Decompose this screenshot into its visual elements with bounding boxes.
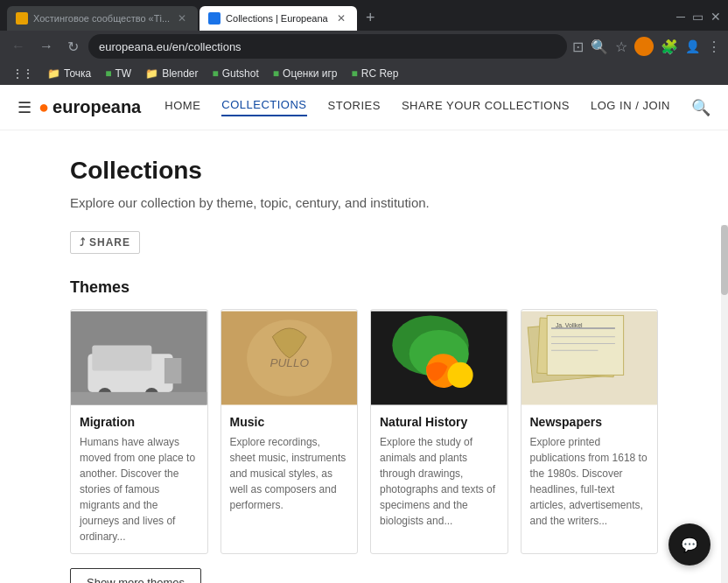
bookmark-ocenki[interactable]: ■ Оценки игр [268,66,343,81]
nav-share[interactable]: SHARE YOUR COLLECTIONS [402,99,570,116]
bookmark-ocenki-label: Оценки игр [283,67,337,80]
svg-rect-2 [92,345,151,370]
cast-icon[interactable]: ⊡ [572,39,584,55]
profile-avatar[interactable] [634,37,654,56]
folder-icon: 📁 [47,67,60,80]
migration-card-title: Migration [80,415,199,429]
theme-card-nature[interactable]: Natural History Explore the study of ani… [370,309,508,554]
nav-collections[interactable]: COLLECTIONS [221,98,306,116]
migration-card-desc: Humans have always moved from one place … [80,434,199,544]
music-card-desc: Explore recordings, sheet music, instrum… [230,434,349,513]
tab1-title: Хостинговое сообщество «Тi... [33,13,170,24]
close-button[interactable]: ✕ [710,10,721,24]
page-subtitle: Explore our collection by theme, topic, … [70,193,658,214]
bookmark-tochka-label: Точка [64,67,91,80]
show-more-themes-button[interactable]: Show more themes [70,568,201,584]
music-image: PULLO [221,310,358,406]
forward-button[interactable]: → [35,37,58,56]
browser-tab-2[interactable]: Collections | Europeana ✕ [200,6,357,31]
bookmark-tw-label: TW [116,67,132,80]
bookmark-blender[interactable]: 📁 Blender [140,66,203,81]
share-button-label: SHARE [89,236,130,249]
site-menu-icon[interactable]: ☰ [18,98,32,117]
bookmark-gutshot[interactable]: ■ Gutshot [207,66,264,81]
music-card-title: Music [230,415,349,429]
bookmark-gutshot-label: Gutshot [222,67,259,80]
share-icon: ⤴ [80,236,86,249]
svg-rect-5 [164,358,181,383]
scrollbar-thumb[interactable] [721,225,728,295]
nature-card-title: Natural History [380,415,499,429]
new-tab-button[interactable]: + [359,5,382,31]
fab-button[interactable]: 💬 [668,523,710,565]
scrollbar-track[interactable] [721,225,728,583]
svg-rect-6 [71,391,207,404]
minimize-button[interactable]: ─ [676,10,685,24]
nature-image [371,310,508,406]
bookmark-icon[interactable]: ☆ [615,39,627,55]
theme-card-music[interactable]: PULLO Music Explore recordings, sheet mu… [220,309,359,554]
account-icon[interactable]: 👤 [685,39,700,53]
bookmark-rcnep-label: RC Rep [361,67,399,80]
fab-icon: 💬 [681,537,698,553]
bookmark-rcnep[interactable]: ■ RC Rep [346,66,403,81]
share-button[interactable]: ⤴ SHARE [70,231,140,254]
migration-image [71,310,207,406]
maximize-button[interactable]: ▭ [692,10,704,24]
newspapers-card-desc: Explore printed publications from 1618 t… [530,434,649,529]
ocenki-icon: ■ [273,67,279,80]
bookmark-tw[interactable]: ■ TW [100,66,136,81]
themes-grid: Migration Humans have always moved from … [70,309,658,554]
nav-home[interactable]: HOME [164,99,200,116]
logo-text: europeana [52,97,141,117]
site-search-icon[interactable]: 🔍 [691,98,710,117]
gutshot-icon: ■ [213,67,219,80]
bookmark-tochka[interactable]: 📁 Точка [42,66,96,81]
nav-stories[interactable]: STORIES [328,99,381,116]
tab2-close[interactable]: ✕ [334,11,348,25]
tab2-title: Collections | Europeana [226,13,329,24]
bookmark-blender-label: Blender [162,67,198,80]
theme-card-migration[interactable]: Migration Humans have always moved from … [70,309,208,554]
address-bar[interactable] [88,34,567,59]
newspapers-image: Ja. Vollkel [522,310,658,406]
back-button[interactable]: ← [7,37,30,56]
theme-card-newspapers[interactable]: Ja. Vollkel Newspapers Explore printed p… [521,309,659,554]
svg-point-14 [447,362,472,387]
search-icon[interactable]: 🔍 [591,39,608,55]
blender-folder-icon: 📁 [145,67,158,80]
site-nav: HOME COLLECTIONS STORIES SHARE YOUR COLL… [164,98,710,117]
browser-tab-1[interactable]: Хостинговое сообщество «Тi... ✕ [7,6,198,31]
bookmarks-apps[interactable]: ⋮⋮ [7,66,38,81]
tab1-favicon [16,12,28,25]
site-logo[interactable]: ● europeana [38,97,141,117]
logo-icon: ● [38,97,49,117]
tab2-favicon [208,12,220,25]
nav-login[interactable]: LOG IN / JOIN [591,99,670,116]
nature-card-desc: Explore the study of animals and plants … [380,434,499,529]
svg-text:Ja. Vollkel: Ja. Vollkel [555,322,582,328]
tab1-close[interactable]: ✕ [175,11,189,25]
themes-section-title: Themes [70,278,658,297]
tw-icon: ■ [105,67,111,80]
page-title: Collections [70,157,658,185]
menu-icon[interactable]: ⋮ [707,39,721,55]
extensions-icon[interactable]: 🧩 [661,39,678,55]
rcnep-icon: ■ [351,67,357,80]
apps-icon: ⋮⋮ [12,67,33,80]
newspapers-card-title: Newspapers [530,415,649,429]
reload-button[interactable]: ↻ [63,37,83,57]
